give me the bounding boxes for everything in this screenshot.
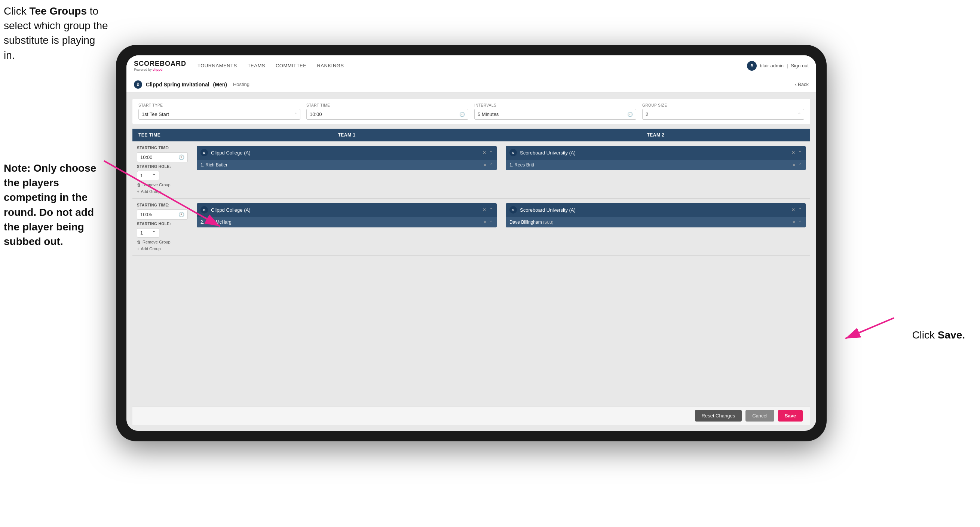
top-nav: SCOREBOARD Powered by clippd TOURNAMENTS…	[126, 55, 816, 76]
group2-starting-time-label: STARTING TIME:	[137, 203, 188, 207]
group2-team1-chevron-icon[interactable]: ⌃	[489, 207, 493, 212]
group2-team2-col: S Scoreboard University (A) ✕ ⌃ Dave Bil…	[501, 199, 810, 232]
start-type-chevron: ⌃	[294, 112, 297, 116]
col-team1: Team 1	[192, 129, 501, 142]
intervals-clock-icon: 🕙	[627, 112, 633, 117]
start-time-group: Start Time 10:00 🕙	[306, 103, 468, 120]
intervals-group: Intervals 5 Minutes 🕙	[474, 103, 636, 120]
group1-team1-chevron-icon[interactable]: ⌃	[489, 150, 493, 155]
group1-starting-time-label: STARTING TIME:	[137, 146, 188, 150]
trash-icon-2: 🗑	[137, 240, 141, 244]
nav-user: B blair admin | Sign out	[747, 61, 809, 71]
instruction-note: Note: Only choose the players competing …	[4, 161, 112, 249]
intervals-input[interactable]: 5 Minutes 🕙	[474, 109, 636, 120]
group1-player2-x-icon[interactable]: ✕	[792, 163, 795, 167]
cancel-button[interactable]: Cancel	[746, 410, 774, 422]
group1-team2-logo: S	[509, 149, 517, 156]
group2-starting-hole-label: STARTING HOLE:	[137, 222, 188, 226]
user-avatar: B	[747, 61, 757, 71]
table-row: STARTING TIME: 10:05 🕙 STARTING HOLE: 1 …	[132, 199, 810, 256]
trash-icon: 🗑	[137, 183, 141, 187]
group2-player1-actions: ✕ ⌃	[483, 220, 493, 225]
note-bold: Note: Only choose the players competing …	[4, 162, 96, 247]
group1-team1-header: B Clippd College (A) ✕ ⌃	[197, 146, 497, 159]
group2-clock-icon: 🕙	[178, 212, 185, 217]
group1-player2-chevron-icon[interactable]: ⌃	[799, 163, 802, 167]
tee-groups-container: Tee Time Team 1 Team 2 STARTING TIME: 10…	[132, 129, 810, 402]
group2-player1-x-icon[interactable]: ✕	[483, 220, 487, 225]
nav-separator: |	[787, 63, 788, 68]
group2-team1-card: B Clippd College (A) ✕ ⌃ 2. Blair McHarg	[197, 203, 497, 228]
group1-team2-col: S Scoreboard University (A) ✕ ⌃ 1. Rees …	[501, 142, 810, 175]
col-team2: Team 2	[501, 129, 810, 142]
group2-team2-logo: S	[509, 206, 517, 213]
group1-team2-x-icon[interactable]: ✕	[791, 150, 795, 155]
nav-committee[interactable]: COMMITTEE	[276, 61, 307, 70]
group1-player1-chevron-icon[interactable]: ⌃	[490, 163, 493, 167]
add-group-button-1[interactable]: + Add Group	[137, 189, 188, 194]
group1-team1-x-icon[interactable]: ✕	[482, 150, 486, 155]
reset-changes-button[interactable]: Reset Changes	[695, 410, 742, 422]
remove-group-button-1[interactable]: 🗑 Remove Group	[137, 183, 188, 187]
group-size-group: Group Size 2 ⌃	[642, 103, 804, 120]
plus-icon-1: +	[137, 189, 139, 194]
group1-player1-name: 1. Rich Butler	[200, 162, 480, 167]
group2-time-col: STARTING TIME: 10:05 🕙 STARTING HOLE: 1 …	[132, 199, 192, 255]
group1-clock-icon: 🕙	[178, 154, 185, 160]
group2-team2-header: S Scoreboard University (A) ✕ ⌃	[506, 203, 806, 217]
table-row: STARTING TIME: 10:00 🕙 STARTING HOLE: 1 …	[132, 142, 810, 199]
group1-player1-x-icon[interactable]: ✕	[483, 163, 487, 167]
list-item: 2. Blair McHarg ✕ ⌃	[197, 217, 497, 228]
group2-hole-chevron: ⌃	[152, 230, 156, 236]
logo-area: SCOREBOARD Powered by clippd	[134, 60, 186, 72]
group1-time-col: STARTING TIME: 10:00 🕙 STARTING HOLE: 1 …	[132, 142, 192, 198]
group2-player2-actions: ✕ ⌃	[792, 220, 802, 225]
group2-player2-name: Dave Billingham (SUB)	[509, 220, 789, 225]
sub-header-logo: B	[134, 80, 142, 89]
group2-player1-name: 2. Blair McHarg	[200, 220, 480, 225]
sub-header: B Clippd Spring Invitational (Men) Hosti…	[126, 76, 816, 93]
group2-team2-x-icon[interactable]: ✕	[791, 207, 795, 212]
hosting-label: Hosting	[233, 81, 250, 87]
add-group-button-2[interactable]: + Add Group	[137, 247, 188, 251]
group1-time-input[interactable]: 10:00 🕙	[137, 152, 188, 162]
back-button[interactable]: ‹ Back	[795, 81, 809, 87]
group2-hole-input[interactable]: 1 ⌃	[137, 228, 159, 237]
nav-rankings[interactable]: RANKINGS	[317, 61, 344, 70]
group1-team1-col: B Clippd College (A) ✕ ⌃ 1. Rich Butler	[192, 142, 501, 175]
main-content: Start Type 1st Tee Start ⌃ Start Time 10…	[126, 93, 816, 431]
group2-team1-name: Clippd College (A)	[211, 207, 479, 213]
group2-team2-actions: ✕ ⌃	[791, 207, 802, 212]
group1-hole-input[interactable]: 1 ⌃	[137, 171, 159, 180]
start-time-input[interactable]: 10:00 🕙	[306, 109, 468, 120]
group-size-chevron: ⌃	[798, 112, 801, 116]
group1-team2-chevron-icon[interactable]: ⌃	[798, 150, 802, 155]
group1-team1-card: B Clippd College (A) ✕ ⌃ 1. Rich Butler	[197, 146, 497, 170]
group2-team2-chevron-icon[interactable]: ⌃	[798, 207, 802, 212]
intervals-label: Intervals	[474, 103, 636, 107]
group2-team2-card: S Scoreboard University (A) ✕ ⌃ Dave Bil…	[506, 203, 806, 228]
save-button[interactable]: Save	[778, 410, 803, 422]
group1-team2-header: S Scoreboard University (A) ✕ ⌃	[506, 146, 806, 159]
group1-player2-actions: ✕ ⌃	[792, 163, 802, 167]
group-size-input[interactable]: 2 ⌃	[642, 109, 804, 120]
group2-team1-x-icon[interactable]: ✕	[482, 207, 486, 212]
logo-clippd: clippd	[153, 68, 163, 72]
group2-time-input[interactable]: 10:05 🕙	[137, 209, 188, 220]
group1-player1-actions: ✕ ⌃	[483, 163, 493, 167]
group2-player2-x-icon[interactable]: ✕	[792, 220, 795, 225]
sign-out-link[interactable]: Sign out	[791, 63, 809, 68]
group2-player2-chevron-icon[interactable]: ⌃	[799, 220, 802, 225]
start-type-input[interactable]: 1st Tee Start ⌃	[138, 109, 301, 120]
list-item: Dave Billingham (SUB) ✕ ⌃	[506, 217, 806, 228]
group2-player1-chevron-icon[interactable]: ⌃	[490, 220, 493, 225]
start-settings: Start Type 1st Tee Start ⌃ Start Time 10…	[132, 99, 810, 124]
start-type-group: Start Type 1st Tee Start ⌃	[138, 103, 301, 120]
nav-teams[interactable]: TEAMS	[248, 61, 265, 70]
group1-team2-card: S Scoreboard University (A) ✕ ⌃ 1. Rees …	[506, 146, 806, 170]
nav-tournaments[interactable]: TOURNAMENTS	[197, 61, 237, 70]
group1-team1-actions: ✕ ⌃	[482, 150, 493, 155]
click-save-label: Click Save.	[912, 329, 965, 341]
sub-tag: (SUB)	[543, 220, 553, 224]
remove-group-button-2[interactable]: 🗑 Remove Group	[137, 240, 188, 244]
